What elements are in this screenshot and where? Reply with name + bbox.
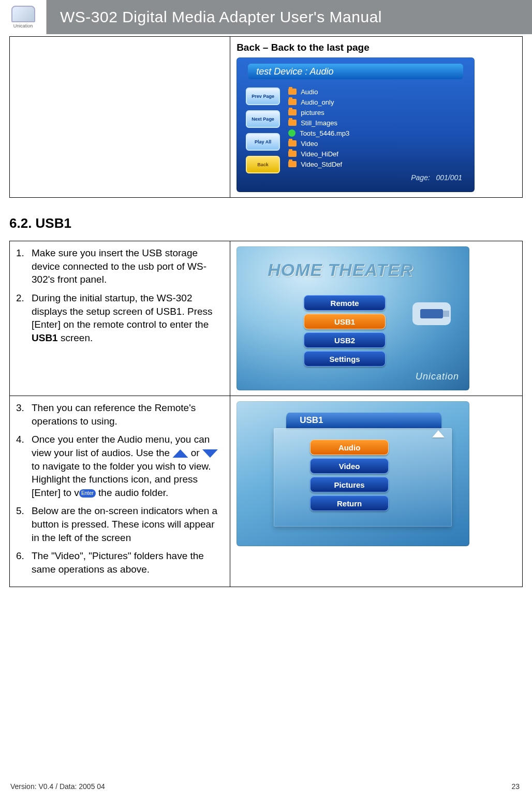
shot1-filelist: Audio Audio_only pictures Still_Images T… xyxy=(288,86,349,169)
list-item[interactable]: Video_StdDef xyxy=(288,159,349,169)
step-1: 1. Make sure you insert the USB storage … xyxy=(16,246,224,286)
menu-label: USB1 xyxy=(334,317,355,326)
step-text: During the initial startup, the WS-302 d… xyxy=(32,291,224,345)
folder-icon xyxy=(288,140,297,147)
doc-title: WS-302 Digital Media Adapter User's Manu… xyxy=(47,0,532,34)
step-or: or xyxy=(191,447,202,458)
step-5: 5. Below are the on-screen indicators wh… xyxy=(16,504,224,544)
usb1-row1-shot: HOME THEATER Remote USB1 USB2 Settings U… xyxy=(230,241,523,396)
step-3: 3. Then you can reference the Remote's o… xyxy=(16,401,224,428)
step-text: Then you can reference the Remote's oper… xyxy=(32,401,224,428)
step-seg3: [Enter] to vEnter the audio folder. xyxy=(32,487,168,498)
top-right-cell: Back – Back to the last page test Device… xyxy=(230,37,523,198)
step-text: Make sure you insert the USB storage dev… xyxy=(32,246,224,286)
usb1-row1-text: 1. Make sure you insert the USB storage … xyxy=(10,241,230,396)
home-theater-menu: Remote USB1 USB2 Settings xyxy=(304,295,386,370)
folder-icon xyxy=(288,109,297,115)
menu-label: Pictures xyxy=(334,480,365,489)
steps-list-1: 1. Make sure you insert the USB storage … xyxy=(16,246,224,344)
pager-label: Page: xyxy=(411,173,430,182)
music-note-icon xyxy=(288,129,295,137)
usb-plug-icon xyxy=(420,309,443,318)
play-all-button[interactable]: Play All xyxy=(246,133,280,151)
arrow-down-icon xyxy=(202,449,218,458)
file-name: pictures xyxy=(301,109,324,116)
enter-badge-icon: Enter xyxy=(79,489,96,498)
back-label: Back xyxy=(257,162,269,167)
logo-caption: Unication xyxy=(13,23,33,28)
file-name: Toots_5446.mp3 xyxy=(300,129,349,137)
usb1-tab: USB1 xyxy=(286,413,441,428)
page-footer: Version: V0.4 / Data: 2005 04 23 xyxy=(10,782,520,791)
next-page-label: Next Page xyxy=(252,116,274,122)
step-text: Once you enter the Audio menu, you can v… xyxy=(32,433,224,499)
step-number: 3. xyxy=(16,401,32,428)
top-table: Back – Back to the last page test Device… xyxy=(9,36,523,198)
list-item[interactable]: Video_HiDef xyxy=(288,149,349,159)
menu-remote[interactable]: Remote xyxy=(304,295,386,311)
prev-page-button[interactable]: Prev Page xyxy=(246,87,280,105)
usb1-submenu: Audio Video Pictures Return xyxy=(310,440,389,514)
version-text: Version: V0.4 / Data: 2005 04 xyxy=(10,782,105,791)
logo: Unication xyxy=(0,0,47,34)
step-number: 4. xyxy=(16,433,32,499)
list-item[interactable]: pictures xyxy=(288,107,349,118)
folder-icon xyxy=(288,151,297,157)
step-text: The "Video", "Pictures" folders have the… xyxy=(32,549,224,576)
step-number: 5. xyxy=(16,504,32,544)
shot1-title: test Device : Audio xyxy=(248,64,463,79)
step-4: 4. Once you enter the Audio menu, you ca… xyxy=(16,433,224,499)
list-item[interactable]: Still_Images xyxy=(288,118,349,128)
chevron-up-icon xyxy=(432,430,445,437)
folder-icon xyxy=(288,120,297,126)
step-2: 2. During the initial startup, the WS-30… xyxy=(16,291,224,345)
pager-value: 001/001 xyxy=(436,173,463,182)
folder-icon xyxy=(288,161,297,167)
folder-icon xyxy=(288,89,297,95)
list-item[interactable]: Audio_only xyxy=(288,97,349,107)
steps-list-2: 3. Then you can reference the Remote's o… xyxy=(16,401,224,576)
logo-icon xyxy=(11,6,35,22)
list-item[interactable]: Toots_5446.mp3 xyxy=(288,128,349,138)
file-name: Audio_only xyxy=(301,98,334,106)
screenshot-home-theater: HOME THEATER Remote USB1 USB2 Settings U… xyxy=(237,246,469,390)
submenu-return[interactable]: Return xyxy=(310,495,389,511)
step-number: 6. xyxy=(16,549,32,576)
step-text-post: screen. xyxy=(58,332,93,343)
file-name: Still_Images xyxy=(301,119,337,127)
step-number: 2. xyxy=(16,291,32,345)
section-6-2-heading: 6.2. USB1 xyxy=(9,215,523,231)
step-number: 1. xyxy=(16,246,32,286)
page-number: 23 xyxy=(511,782,520,791)
step-seg2: to navigate to the folder you wish to vi… xyxy=(32,461,211,485)
menu-usb1[interactable]: USB1 xyxy=(304,314,386,329)
screenshot-audio-browser: test Device : Audio Prev Page Next Page … xyxy=(237,57,475,192)
file-name: Audio xyxy=(301,88,318,96)
submenu-video[interactable]: Video xyxy=(310,458,389,474)
step-text-bold: USB1 xyxy=(32,332,58,343)
usb1-table: 1. Make sure you insert the USB storage … xyxy=(9,241,523,587)
back-button[interactable]: Back xyxy=(246,156,280,173)
usb1-row2-shot: USB1 Audio Video Pictures Return xyxy=(230,396,523,587)
home-theater-title: HOME THEATER xyxy=(268,260,413,280)
usb-stick-icon xyxy=(412,302,451,325)
pager: Page: 001/001 xyxy=(411,173,462,182)
file-name: Video_StdDef xyxy=(301,160,342,168)
list-item[interactable]: Audio xyxy=(288,86,349,97)
screenshot-usb1-submenu: USB1 Audio Video Pictures Return xyxy=(237,401,469,546)
folder-icon xyxy=(288,99,297,105)
menu-label: Settings xyxy=(330,355,360,363)
submenu-audio[interactable]: Audio xyxy=(310,440,389,455)
submenu-pictures[interactable]: Pictures xyxy=(310,477,389,492)
arrow-up-icon xyxy=(172,449,188,458)
step-6: 6. The "Video", "Pictures" folders have … xyxy=(16,549,224,576)
step-text: Below are the on-screen indicators when … xyxy=(32,504,224,544)
menu-usb2[interactable]: USB2 xyxy=(304,332,386,348)
file-name: Video_HiDef xyxy=(301,150,338,158)
file-name: Video xyxy=(301,140,318,148)
menu-settings[interactable]: Settings xyxy=(304,351,386,367)
menu-label: Audio xyxy=(338,443,361,452)
next-page-button[interactable]: Next Page xyxy=(246,110,280,128)
menu-label: Remote xyxy=(331,299,359,308)
list-item[interactable]: Video xyxy=(288,138,349,149)
